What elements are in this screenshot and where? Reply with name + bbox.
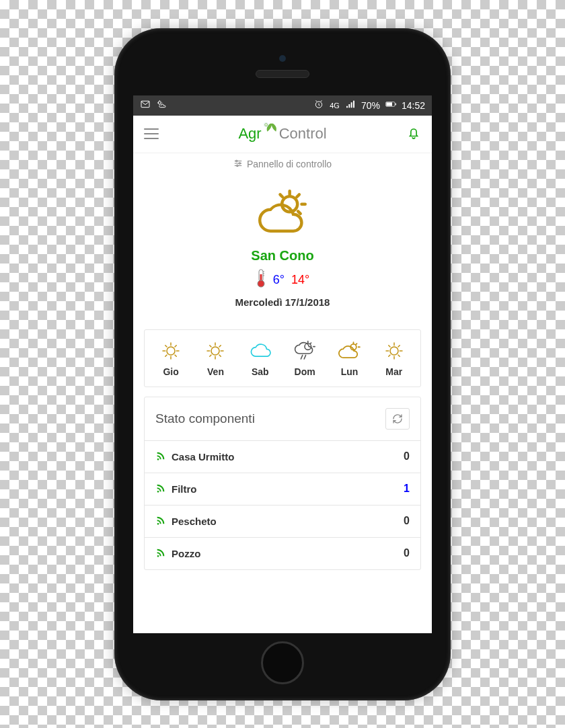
forecast-day[interactable]: Ven (193, 339, 237, 377)
forecast-day[interactable]: Gio (149, 339, 193, 377)
phone-home-button[interactable] (261, 641, 304, 684)
svg-rect-0 (141, 101, 149, 107)
component-value: 0 (404, 547, 410, 559)
app-brand: Agr Control (238, 124, 326, 143)
forecast-day[interactable]: Lun (327, 339, 371, 377)
refresh-button[interactable] (385, 408, 410, 430)
sun-icon (193, 339, 237, 362)
component-value: 0 (404, 515, 410, 527)
phone-device-frame: 4G 70% 14:52 Agr Control (114, 28, 451, 700)
city-name: San Cono (133, 248, 432, 264)
signal-icon (155, 515, 166, 528)
component-value: 1 (404, 483, 410, 495)
svg-point-8 (235, 160, 237, 161)
forecast-label: Lun (327, 366, 371, 377)
weather-date: Mercoledì 17/1/2018 (133, 296, 432, 308)
phone-camera (279, 55, 286, 62)
notifications-button[interactable] (406, 125, 421, 143)
forecast-day[interactable]: Sab (238, 339, 282, 377)
cloud-icon (238, 339, 282, 362)
weather-summary: San Cono 6° 14° Mercoledì 17/1/2018 (133, 179, 432, 320)
signal-icon (155, 547, 166, 560)
forecast-label: Mar (372, 366, 416, 377)
leaf-icon (263, 122, 278, 140)
forecast-label: Gio (149, 366, 193, 377)
temperature-row: 6° 14° (133, 269, 432, 291)
network-label: 4G (330, 102, 340, 110)
forecast-label: Ven (193, 366, 237, 377)
sun-icon (372, 339, 416, 362)
forecast-row: Gio Ven Sab (144, 329, 421, 387)
signal-icon (155, 450, 166, 463)
svg-point-14 (258, 280, 264, 287)
main-content: Pannello di controllo San Cono 6° (133, 153, 432, 633)
forecast-label: Dom (282, 366, 327, 377)
components-title: Stato componenti (155, 411, 255, 426)
component-name: Pozzo (172, 548, 200, 559)
control-panel-label: Pannello di controllo (247, 159, 332, 169)
thermometer-icon (256, 269, 266, 291)
components-card: Stato componenti Casa Urmitto 0 (144, 397, 421, 570)
menu-button[interactable] (144, 128, 159, 139)
svg-point-9 (239, 162, 240, 163)
brand-part-2: Control (279, 125, 327, 143)
svg-point-10 (237, 165, 238, 166)
signal-icon (345, 99, 356, 112)
component-row[interactable]: Filtro 1 (145, 473, 420, 505)
component-row[interactable]: Casa Urmitto 0 (145, 441, 420, 473)
storm-icon (282, 339, 327, 362)
app-header: Agr Control (133, 116, 432, 153)
component-row[interactable]: Pescheto 0 (145, 505, 420, 538)
cloud-sun-icon (327, 339, 371, 362)
component-name: Pescheto (172, 516, 217, 527)
component-name: Filtro (172, 483, 197, 495)
forecast-label: Sab (238, 366, 282, 377)
control-panel-link[interactable]: Pannello di controllo (133, 153, 432, 179)
forecast-day[interactable]: Dom (282, 339, 327, 377)
signal-icon (155, 483, 166, 495)
component-name: Casa Urmitto (172, 451, 234, 462)
app-screen: 4G 70% 14:52 Agr Control (133, 95, 432, 633)
brand-part-1: Agr (238, 125, 261, 143)
svg-point-15 (167, 347, 175, 355)
alarm-icon (313, 99, 324, 112)
forecast-day[interactable]: Mar (372, 339, 416, 377)
phone-speaker (256, 70, 309, 78)
weather-status-icon (156, 99, 167, 112)
weather-main-icon (133, 186, 432, 243)
temp-low: 6° (273, 273, 285, 287)
component-row[interactable]: Pozzo 0 (145, 538, 420, 569)
battery-text: 70% (361, 100, 380, 111)
battery-icon (385, 99, 396, 112)
svg-point-16 (211, 347, 219, 355)
clock-text: 14:52 (402, 100, 425, 111)
svg-point-19 (390, 347, 398, 355)
sliders-icon (233, 159, 243, 170)
component-value: 0 (404, 450, 410, 462)
svg-rect-5 (396, 104, 396, 106)
svg-rect-4 (386, 102, 392, 106)
temp-high: 14° (291, 273, 309, 287)
svg-point-6 (264, 124, 267, 126)
status-bar: 4G 70% 14:52 (133, 95, 432, 116)
mail-icon (140, 99, 151, 112)
sun-icon (149, 339, 193, 362)
components-header: Stato componenti (145, 397, 420, 441)
